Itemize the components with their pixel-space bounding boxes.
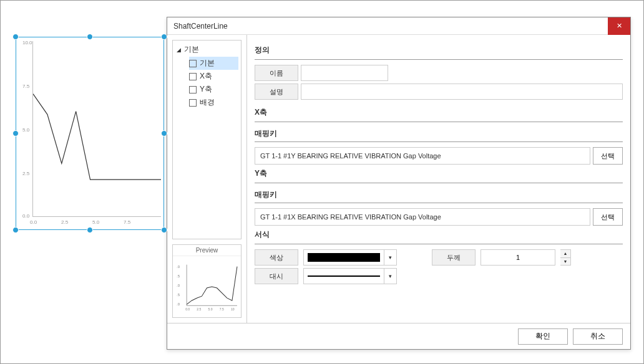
tree-item-label: Y축: [200, 84, 212, 95]
select-x-button[interactable]: 선택: [593, 147, 623, 165]
y-tick: 10.0: [22, 40, 32, 46]
tree-item-label: X축: [200, 71, 212, 82]
cancel-button[interactable]: 취소: [573, 328, 623, 345]
spinner-up-icon[interactable]: ▲: [560, 250, 570, 258]
mapping-x-label: 매핑키: [255, 128, 623, 139]
color-swatch: [308, 253, 380, 262]
label-thickness: 두께: [432, 249, 476, 266]
mapping-y-input[interactable]: [255, 208, 590, 226]
tree-item-background[interactable]: 배경: [189, 96, 238, 109]
section-x-title: X축: [255, 107, 623, 118]
description-input[interactable]: [301, 84, 623, 100]
spinner-down-icon[interactable]: ▼: [560, 258, 570, 266]
label-description: 설명: [255, 84, 298, 100]
y-tick: 5.0: [22, 127, 29, 133]
svg-text:.5: .5: [177, 293, 180, 297]
ok-button[interactable]: 확인: [518, 328, 568, 345]
tree-root-item[interactable]: ◢ 기본: [175, 44, 238, 55]
dialog-titlebar[interactable]: ShaftCenterLine ✕: [167, 17, 630, 35]
tree-expand-icon: ◢: [175, 47, 182, 53]
section-definition-title: 정의: [255, 45, 623, 55]
resize-handle[interactable]: [161, 130, 167, 136]
chevron-down-icon: ▾: [384, 269, 396, 284]
svg-text:2.5: 2.5: [197, 307, 201, 311]
left-panel: ◢ 기본 기본 X축 Y축: [167, 35, 247, 323]
resize-handle[interactable]: [12, 34, 19, 40]
y-tick: 2.5: [22, 171, 29, 176]
svg-text:10: 10: [231, 307, 235, 311]
tree-item-basic[interactable]: 기본: [189, 57, 238, 70]
mapping-y-label: 매핑키: [255, 189, 623, 200]
property-tree[interactable]: ◢ 기본 기본 X축 Y축: [172, 40, 242, 239]
x-tick: 2.5: [61, 219, 68, 225]
label-name: 이름: [255, 65, 298, 81]
close-button[interactable]: ✕: [608, 17, 630, 35]
svg-text:5.0: 5.0: [208, 307, 213, 311]
thickness-input[interactable]: [481, 249, 555, 266]
svg-text:7.5: 7.5: [220, 307, 224, 311]
y-tick: 0.0: [22, 213, 29, 219]
close-icon: ✕: [617, 22, 622, 30]
dialog-title: ShaftCenterLine: [173, 22, 228, 31]
name-input[interactable]: [301, 65, 388, 81]
thickness-spinner[interactable]: ▲ ▼: [560, 249, 571, 266]
tree-item-xaxis[interactable]: X축: [189, 70, 238, 83]
select-y-button[interactable]: 선택: [593, 208, 623, 226]
section-style-title: 서식: [255, 229, 623, 240]
svg-text:0.0: 0.0: [185, 307, 190, 311]
resize-handle[interactable]: [12, 130, 19, 136]
svg-text:.0: .0: [177, 302, 180, 306]
tree-item-label: 배경: [200, 97, 215, 108]
canvas-chart: 10.0 7.5 5.0 2.5 0.0 0.0 2.5 5.0 7.5: [16, 37, 164, 230]
svg-text:.0: .0: [177, 265, 180, 269]
checkbox-icon[interactable]: [189, 99, 197, 107]
resize-handle[interactable]: [161, 34, 167, 40]
label-color: 색상: [255, 249, 298, 266]
dialog-footer: 확인 취소: [167, 323, 630, 349]
section-y-title: Y축: [255, 168, 623, 179]
checkbox-icon[interactable]: [189, 60, 197, 67]
x-tick: 0.0: [30, 219, 37, 225]
preview-panel: Preview .0 .5 .0 .5 .0 0.0 2.5 5.0: [172, 244, 242, 318]
tree-item-label: 기본: [200, 58, 215, 69]
resize-handle[interactable]: [87, 227, 93, 233]
svg-text:.0: .0: [177, 284, 180, 287]
y-tick: 7.5: [22, 84, 29, 89]
canvas-chart-selection[interactable]: 10.0 7.5 5.0 2.5 0.0 0.0 2.5 5.0 7.5: [16, 37, 164, 230]
mapping-x-input[interactable]: [255, 147, 590, 165]
right-panel: 정의 이름 설명 X축 매핑키 선택 Y축: [247, 35, 630, 323]
x-tick: 7.5: [124, 219, 130, 225]
resize-handle[interactable]: [12, 227, 19, 233]
checkbox-icon[interactable]: [189, 73, 197, 80]
tree-item-yaxis[interactable]: Y축: [189, 83, 238, 96]
label-dash: 대시: [255, 268, 298, 284]
preview-chart: .0 .5 .0 .5 .0 0.0 2.5 5.0 7.5 10: [173, 256, 241, 317]
resize-handle[interactable]: [87, 34, 93, 40]
dash-dropdown[interactable]: ▾: [303, 268, 397, 284]
chevron-down-icon: ▾: [384, 250, 396, 265]
svg-text:.5: .5: [177, 274, 180, 278]
tree-root-label: 기본: [184, 44, 199, 55]
checkbox-icon[interactable]: [189, 86, 197, 93]
color-dropdown[interactable]: ▾: [303, 249, 397, 266]
resize-handle[interactable]: [161, 227, 167, 233]
x-tick: 5.0: [92, 219, 99, 225]
shaft-centerline-dialog: ShaftCenterLine ✕ ◢ 기본 기본: [167, 17, 631, 350]
preview-title: Preview: [173, 245, 241, 256]
dash-sample: [308, 275, 380, 277]
